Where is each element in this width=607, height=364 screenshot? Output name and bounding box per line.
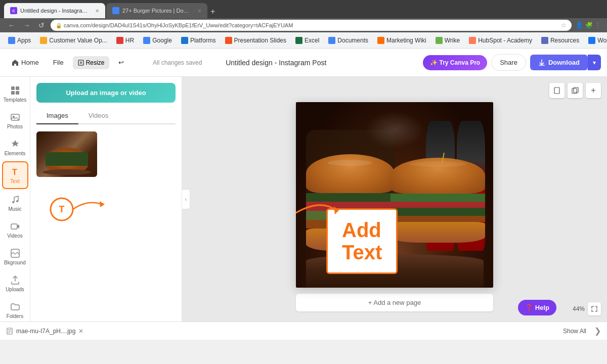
zoom-controls: 44% [573, 302, 601, 315]
templates-icon [10, 85, 21, 96]
reload-button[interactable]: ↺ [36, 20, 47, 30]
sidebar-item-music[interactable]: Music [2, 190, 28, 216]
address-box[interactable]: 🔒 canva.com/design/DAD4uI1S41s/OhyHlJoSy… [51, 20, 572, 31]
tab-burger-label: 27+ Burger Pictures | Download... [122, 8, 192, 14]
tab-burger-close[interactable]: ✕ [197, 8, 201, 14]
try-pro-button[interactable]: ✨ Try Canva Pro [423, 55, 487, 70]
more-icon[interactable]: ⋮ [595, 22, 601, 29]
sidebar-item-uploads[interactable]: Uploads [2, 270, 28, 296]
bun-top-right [391, 158, 485, 194]
bookmark-hubspot[interactable]: HubSpot - Academy [465, 35, 536, 46]
bookmark-customer[interactable]: Customer Value Op... [36, 35, 111, 46]
bookmark-wrike-icon [436, 37, 443, 44]
background-label: Bkground [4, 260, 26, 265]
sidebar-item-background[interactable]: Bkground [2, 244, 28, 269]
tab-burger[interactable]: 27+ Burger Pictures | Download... ✕ [106, 3, 207, 18]
bookmark-hr[interactable]: HR [112, 35, 138, 46]
browser-chrome: C Untitled design - Instagram Post ✕ 27+… [0, 0, 607, 18]
file-button[interactable]: File [48, 56, 69, 69]
upload-label: Upload an image or video [66, 89, 146, 97]
elements-label: Elements [5, 151, 26, 156]
help-button[interactable]: ❓ Help [518, 300, 556, 315]
undo-button[interactable]: ↩ [113, 56, 129, 69]
doc-title: Untitled design - Instagram Post [226, 59, 326, 67]
sidebar-item-text[interactable]: T Text [2, 161, 28, 189]
show-all-label: Show All [563, 328, 586, 335]
bookmark-marketing[interactable]: Marketing Wiki [373, 35, 430, 46]
bottom-more-button[interactable]: ❯ [594, 326, 601, 336]
duplicate-page-button[interactable] [568, 83, 583, 98]
canvas-frame[interactable]: T Add Text [296, 102, 493, 288]
bookmark-documents[interactable]: Documents [324, 35, 372, 46]
share-button[interactable]: Share [491, 54, 526, 71]
bookmark-documents-icon [328, 37, 335, 44]
burger-right [391, 158, 485, 260]
sidebar-item-templates[interactable]: Templates [2, 81, 28, 107]
profile-icon[interactable]: 👤 [576, 22, 583, 29]
address-text: canva.com/design/DAD4uI1S41s/OhyHlJoSyKB… [64, 22, 559, 28]
bookmark-workplace-label: Workplace Pins [597, 37, 607, 44]
show-all-button[interactable]: Show All [559, 326, 590, 337]
extension-icon[interactable]: 🧩 [585, 22, 593, 29]
bookmarks-bar: Apps Customer Value Op... HR Google Plat… [0, 32, 607, 49]
bookmark-hubspot-label: HubSpot - Academy [478, 37, 532, 44]
tab-canva[interactable]: C Untitled design - Instagram Post ✕ [4, 3, 105, 18]
text-label: Text [10, 178, 19, 184]
file-close-button[interactable]: ✕ [78, 328, 83, 335]
videos-icon [10, 221, 21, 232]
bookmark-apps[interactable]: Apps [4, 35, 35, 46]
bookmark-resources[interactable]: Resources [537, 35, 583, 46]
sidebar-item-photos[interactable]: Photos [2, 108, 28, 133]
page-options-button[interactable] [549, 83, 565, 98]
download-chevron-button[interactable]: ▾ [588, 55, 601, 70]
duplicate-icon [572, 87, 579, 94]
videos-label: Videos [7, 233, 22, 239]
svg-text:T: T [12, 168, 17, 176]
add-page-top-button[interactable]: + [586, 83, 601, 98]
bottom-bar: mae-mu-I7A_pH....jpg ✕ Show All ❯ [0, 322, 607, 340]
svg-rect-5 [16, 86, 19, 90]
tab-videos[interactable]: Videos [78, 108, 119, 124]
star-icon[interactable]: ☆ [561, 22, 567, 29]
add-page-button[interactable]: + Add a new page [296, 294, 493, 311]
sidebar-icons: Templates Photos Elements T Text [0, 77, 30, 322]
add-text-overlay[interactable]: T Add Text [326, 208, 398, 274]
sidebar-item-elements[interactable]: Elements [2, 134, 28, 160]
sidebar-item-videos[interactable]: Videos [2, 217, 28, 243]
forward-button[interactable]: → [21, 20, 32, 30]
bookmark-excel[interactable]: Excel [291, 35, 323, 46]
collapse-panel-button[interactable]: ‹ [182, 189, 190, 209]
bookmark-google[interactable]: Google [139, 35, 176, 46]
tab-videos-label: Videos [89, 112, 109, 119]
auto-save-status: All changes saved [133, 59, 222, 66]
tab-images-label: Images [47, 112, 68, 119]
tab-canva-close[interactable]: ✕ [95, 8, 99, 14]
upload-button[interactable]: Upload an image or video [36, 83, 176, 103]
svg-rect-13 [11, 224, 17, 229]
try-pro-label: ✨ Try Canva Pro [430, 59, 480, 66]
bookmark-workplace[interactable]: Workplace Pins [584, 35, 607, 46]
canvas-area: ‹ + [182, 77, 607, 322]
canvas-toolbar: + [549, 83, 601, 98]
download-button[interactable]: Download [530, 55, 588, 70]
svg-rect-18 [554, 87, 559, 94]
file-label: File [53, 59, 64, 66]
bookmark-presentation[interactable]: Presentation Slides [221, 35, 290, 46]
tab-images[interactable]: Images [36, 108, 78, 124]
bookmark-workplace-icon [588, 37, 595, 44]
bookmark-presentation-icon [225, 37, 232, 44]
new-tab-button[interactable]: + [208, 5, 217, 18]
home-button[interactable]: Home [6, 56, 44, 70]
sidebar-item-folders[interactable]: Folders [2, 297, 28, 322]
expand-button[interactable] [588, 302, 601, 315]
bookmark-wrike[interactable]: Wrike [431, 35, 464, 46]
music-icon [10, 194, 21, 205]
add-text-box[interactable]: Add Text [326, 208, 398, 274]
image-thumb-1[interactable] [36, 131, 97, 177]
svg-point-12 [16, 200, 18, 202]
back-button[interactable]: ← [6, 20, 17, 30]
uploads-icon [10, 275, 21, 286]
resize-button[interactable]: Resize [73, 56, 110, 69]
tab-canva-label: Untitled design - Instagram Post [20, 8, 90, 14]
bookmark-platforms[interactable]: Platforms [177, 35, 220, 46]
